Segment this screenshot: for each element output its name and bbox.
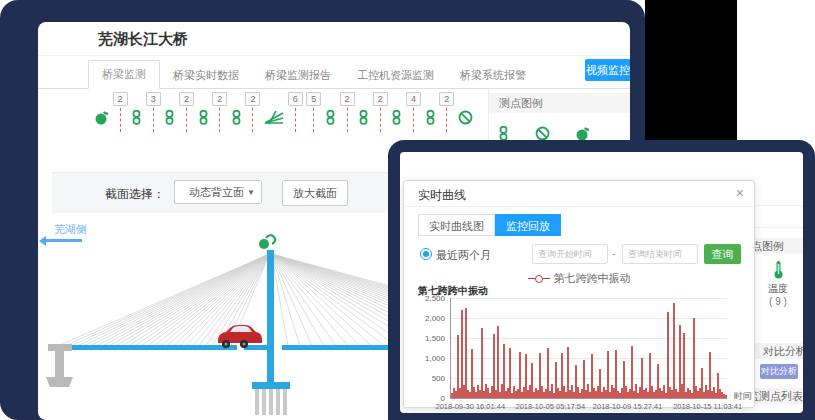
- sensor-count-marker[interactable]: 3: [146, 92, 161, 132]
- section-select-label: 截面选择：: [105, 186, 165, 203]
- sensor-count-marker[interactable]: 2: [212, 92, 227, 132]
- chain-icon: [391, 110, 402, 125]
- fan-sensor-icon[interactable]: [264, 92, 284, 125]
- chevron-down-icon: ▼: [247, 188, 255, 197]
- prohibit-sensor-icon[interactable]: [458, 92, 473, 125]
- dashed-line: [313, 108, 314, 132]
- sensor-count-badge: 3: [146, 92, 161, 106]
- chain-sensor-icon[interactable]: [164, 92, 175, 125]
- query-end-time-input[interactable]: [622, 244, 698, 264]
- recent-two-months-radio[interactable]: [420, 248, 432, 260]
- temperature-count: ( 9 ): [758, 296, 798, 307]
- abutment-pier: [46, 344, 73, 387]
- chain-icon: [425, 110, 436, 125]
- compare-analysis-button[interactable]: 对比分析: [760, 364, 798, 379]
- sensor-count-marker[interactable]: 2: [439, 92, 454, 132]
- legend-label: 第七跨跨中振动: [554, 271, 631, 286]
- modal-tab-bar: 实时曲线图 监控回放: [418, 214, 561, 236]
- sensor-count-badge: 2: [245, 92, 260, 106]
- sensor-count-marker[interactable]: 5: [306, 92, 321, 132]
- prohibit-icon: [458, 110, 473, 125]
- y-tick-label: 2,000: [405, 314, 445, 323]
- background-black-area: [645, 0, 737, 150]
- sensor-count-badge: 2: [113, 92, 128, 106]
- bridge-deck-left: [57, 345, 237, 350]
- section-select[interactable]: 动态背立面 ▼: [174, 180, 262, 204]
- recent-two-months-label: 最近两个月: [436, 248, 491, 263]
- realtime-curve-modal: 实时曲线 × 实时曲线图 监控回放 最近两个月 - 查询: [403, 180, 755, 408]
- sensor-count-marker[interactable]: 6: [288, 92, 303, 132]
- fan-icon: [264, 110, 284, 125]
- bridge-tower: [267, 250, 274, 386]
- sensor-count-badge: 4: [406, 92, 421, 106]
- sensor-count-marker[interactable]: 2: [373, 92, 388, 132]
- page-title: 芜湖长江大桥: [98, 30, 188, 49]
- chain-sensor-icon[interactable]: [131, 92, 142, 125]
- temperature-label: 温度: [758, 282, 798, 296]
- tab-4[interactable]: 桥梁系统报警: [447, 62, 539, 89]
- close-icon[interactable]: ×: [736, 185, 744, 201]
- dashed-line: [295, 108, 296, 132]
- y-tick-label: 1,000: [405, 354, 445, 363]
- y-tick-label: 1,500: [405, 334, 445, 343]
- query-controls: 最近两个月 - 查询: [404, 244, 754, 266]
- dashed-line: [413, 108, 414, 132]
- dashed-line: [347, 108, 348, 132]
- floating-window: 测点图例 温度 ( 9 ) 对比分析 对比分析 监测点列表 实时曲线 ×: [400, 152, 803, 413]
- tab-0[interactable]: 桥梁监测: [88, 60, 160, 89]
- tab-monitor-playback[interactable]: 监控回放: [495, 214, 561, 236]
- sensor-count-marker[interactable]: 4: [406, 92, 421, 132]
- sensor-count-marker[interactable]: 2: [245, 92, 260, 132]
- x-tick-label: 2018-10-09 15:27:41: [593, 402, 663, 411]
- chain-sensor-icon[interactable]: [425, 92, 436, 125]
- chain-sensor-icon[interactable]: [358, 92, 369, 125]
- enlarge-section-button[interactable]: 放大截面: [282, 180, 348, 206]
- chain-icon: [231, 110, 242, 125]
- temperature-item[interactable]: 温度 ( 9 ): [758, 260, 798, 307]
- chain-sensor-icon[interactable]: [198, 92, 209, 125]
- tab-3[interactable]: 工控机资源监测: [344, 62, 447, 89]
- query-start-time-input[interactable]: [532, 244, 608, 264]
- chain-sensor-icon[interactable]: [391, 92, 402, 125]
- x-tick-label: 2018-10-15 11:03:41: [673, 402, 742, 411]
- dashed-line: [446, 108, 447, 132]
- car: [218, 325, 262, 348]
- chain-icon: [198, 110, 209, 125]
- query-button[interactable]: 查询: [704, 244, 741, 264]
- chain-sensor-icon[interactable]: [231, 92, 242, 125]
- sensor-count-badge: 2: [373, 92, 388, 106]
- sensor-count-marker[interactable]: 2: [113, 92, 128, 132]
- main-tab-bar: 桥梁监测桥梁实时数据桥梁监测报告工控机资源监测桥梁系统报警: [88, 62, 539, 89]
- legend-panel-header: 测点图例: [489, 93, 630, 113]
- chain-icon: [131, 110, 142, 125]
- chain-sensor-icon[interactable]: [325, 92, 336, 125]
- sensor-count-marker[interactable]: 2: [340, 92, 355, 132]
- modal-header: 实时曲线 ×: [404, 181, 754, 207]
- video-monitor-button[interactable]: 视频监控: [585, 59, 630, 81]
- modal-title: 实时曲线: [418, 187, 466, 204]
- chart-plot: 2,5002,0001,5001,00050002018-09-30 16:01…: [450, 298, 727, 399]
- chain-icon: [325, 110, 336, 125]
- x-tick-label: 2018-09-30 16:01:44: [435, 402, 505, 411]
- y-tick-label: 500: [405, 374, 445, 383]
- sensor-count-marker[interactable]: 2: [179, 92, 194, 132]
- sensor-count-badge: 2: [179, 92, 194, 106]
- sensor-row: 23222652242: [95, 92, 473, 142]
- pile-foundation: [252, 382, 290, 415]
- x-tick-label: 2018-10-05 05:17:54: [516, 402, 586, 411]
- tab-1[interactable]: 桥梁实时数据: [160, 62, 252, 89]
- thermometer-icon: [773, 260, 784, 279]
- wind-sensor-icon[interactable]: [95, 92, 109, 126]
- y-tick-label: 2,500: [405, 294, 445, 303]
- sensor-count-badge: 2: [340, 92, 355, 106]
- sensor-count-badge: 2: [212, 92, 227, 106]
- legend-marker-icon: [528, 275, 550, 283]
- tab-realtime-curve[interactable]: 实时曲线图: [418, 214, 495, 236]
- dashed-line: [153, 108, 154, 132]
- dashed-line: [219, 108, 220, 132]
- chain-icon: [358, 110, 369, 125]
- chain-icon: [164, 110, 175, 125]
- tab-2[interactable]: 桥梁监测报告: [252, 62, 344, 89]
- dashed-line: [120, 108, 121, 132]
- wind-icon: [95, 110, 109, 126]
